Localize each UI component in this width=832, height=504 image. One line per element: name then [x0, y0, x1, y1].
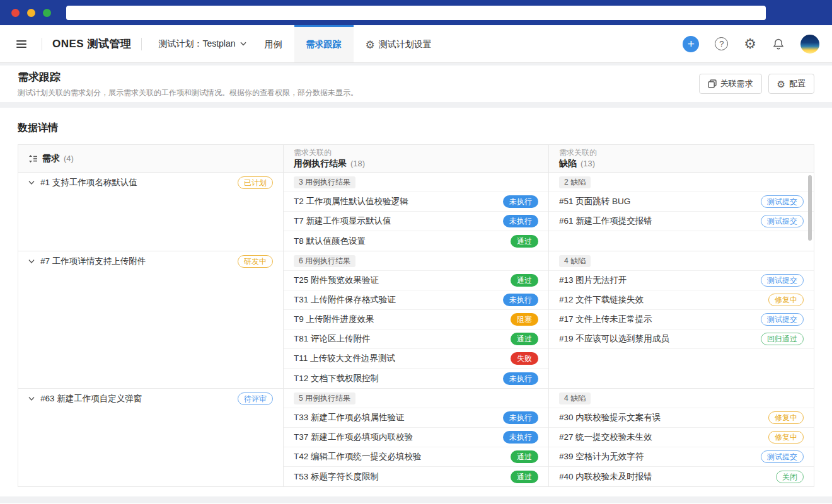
case-row[interactable]: T33 新建工作项必填属性验证未执行	[284, 408, 548, 428]
defect-row[interactable]: #39 空格计为无效字符测试提交	[549, 447, 814, 467]
bell-icon[interactable]	[772, 38, 785, 50]
case-row-title[interactable]: T11 上传较大文件边界测试	[294, 353, 511, 364]
section-title: 数据详情	[18, 122, 814, 135]
case-row[interactable]: T11 上传较大文件边界测试失败	[284, 349, 548, 369]
link-items-icon	[708, 79, 717, 88]
count-chip: 5 用例执行结果	[294, 392, 355, 404]
table-scrollbar-thumb[interactable]	[808, 175, 812, 241]
defect-row-title[interactable]: #27 统一提交校验未生效	[559, 432, 768, 443]
configure-button[interactable]: ⚙ 配置	[768, 74, 814, 94]
case-count-row: 5 用例执行结果	[284, 389, 548, 408]
case-row-title[interactable]: T7 新建工作项显示默认值	[294, 215, 503, 227]
minimize-window-button[interactable]	[27, 9, 35, 17]
defect-row[interactable]: #27 统一提交校验未生效修复中	[549, 428, 814, 447]
case-row[interactable]: T9 上传附件进度效果阻塞	[284, 310, 548, 329]
product-title: ONES 测试管理	[52, 25, 131, 62]
divider	[42, 38, 42, 50]
status-badge: 修复中	[768, 431, 804, 444]
requirement-title[interactable]: #1 支持工作项名称默认值	[40, 177, 232, 188]
defect-row[interactable]: #19 不应该可以选到禁用成员回归通过	[549, 329, 814, 349]
defect-row[interactable]: #13 图片无法打开测试提交	[549, 271, 814, 290]
case-row-title[interactable]: T12 文档下载权限控制	[294, 373, 503, 384]
collapse-toggle[interactable]	[28, 259, 35, 264]
tab-use-cases[interactable]: 用例	[253, 25, 294, 62]
requirement-row[interactable]: #7 工作项详情支持上传附件研发中	[18, 251, 283, 271]
status-badge: 测试提交	[761, 215, 804, 227]
case-row[interactable]: T53 标题字符长度限制通过	[284, 467, 548, 486]
test-plan-selector[interactable]: 测试计划：Testplan	[152, 25, 252, 62]
defect-row-title[interactable]: #17 文件上传未正常提示	[559, 314, 761, 325]
address-bar-input[interactable]	[66, 6, 766, 20]
defect-row-title[interactable]: #61 新建工作项提交报错	[559, 215, 761, 227]
case-row-title[interactable]: T33 新建工作项必填属性验证	[294, 412, 503, 423]
case-row-title[interactable]: T81 评论区上传附件	[294, 333, 511, 345]
requirement-row[interactable]: #1 支持工作项名称默认值已计划	[18, 173, 283, 192]
case-row[interactable]: T42 编辑工作项统一提交必填校验通过	[284, 447, 548, 467]
tab-test-plan-settings[interactable]: ⚙ 测试计划设置	[354, 25, 444, 62]
maximize-window-button[interactable]	[43, 9, 51, 17]
defects-cell: 4 缺陷#13 图片无法打开测试提交#12 文件下载链接失效修复中#17 文件上…	[548, 251, 814, 388]
case-row-title[interactable]: T37 新建工作项必填项内联校验	[294, 432, 503, 443]
case-row[interactable]: T37 新建工作项必填项内联校验未执行	[284, 428, 548, 447]
menu-icon[interactable]	[11, 25, 32, 62]
status-badge: 未执行	[503, 215, 538, 227]
defect-row[interactable]: #61 新建工作项提交报错测试提交	[549, 212, 814, 231]
create-button[interactable]: +	[683, 36, 699, 52]
case-row[interactable]: T12 文档下载权限控制未执行	[284, 369, 548, 388]
chevron-down-icon	[28, 259, 35, 264]
user-avatar[interactable]	[800, 35, 819, 54]
defect-row[interactable]: #12 文件下载链接失效修复中	[549, 290, 814, 310]
requirement-title[interactable]: #63 新建工作项自定义弹窗	[40, 393, 232, 404]
defect-row-title[interactable]: #19 不应该可以选到禁用成员	[559, 333, 761, 345]
case-row[interactable]: T2 工作项属性默认值校验逻辑未执行	[284, 192, 548, 212]
column-header-requirements[interactable]: 需求 (4)	[18, 145, 283, 172]
sort-list-icon	[28, 154, 38, 163]
defect-row-title[interactable]: #39 空格计为无效字符	[559, 451, 761, 462]
case-row-title[interactable]: T42 编辑工作项统一提交必填校验	[294, 451, 511, 462]
defect-row-title[interactable]: #12 文件下载链接失效	[559, 294, 768, 306]
case-row-title[interactable]: T31 上传附件保存格式验证	[294, 294, 503, 306]
tab-requirement-tracking[interactable]: 需求跟踪	[294, 25, 354, 62]
count-chip: 2 缺陷	[559, 176, 591, 188]
defect-row-title[interactable]: #13 图片无法打开	[559, 275, 761, 286]
defect-row-title[interactable]: #51 页面跳转 BUG	[559, 196, 761, 207]
status-badge: 已计划	[238, 176, 273, 189]
defect-row[interactable]: #30 内联校验提示文案有误修复中	[549, 408, 814, 428]
case-results-cell: 6 用例执行结果T25 附件预览效果验证通过T31 上传附件保存格式验证未执行T…	[283, 251, 548, 388]
settings-button[interactable]: ⚙	[744, 37, 756, 51]
collapse-toggle[interactable]	[28, 180, 35, 185]
case-row-title[interactable]: T2 工作项属性默认值校验逻辑	[294, 196, 503, 207]
divider	[141, 38, 142, 50]
column-header-case-results: 需求关联的 用例执行结果 (18)	[283, 145, 548, 172]
requirement-cell: #7 工作项详情支持上传附件研发中	[18, 251, 283, 388]
case-row-title[interactable]: T8 默认值颜色设置	[294, 236, 511, 247]
requirement-title[interactable]: #7 工作项详情支持上传附件	[40, 256, 232, 267]
defect-row[interactable]: #51 页面跳转 BUG测试提交	[549, 192, 814, 212]
case-row[interactable]: T25 附件预览效果验证通过	[284, 271, 548, 290]
defect-row-title[interactable]: #40 内联校验未及时报错	[559, 471, 776, 483]
defect-row[interactable]: #40 内联校验未及时报错关闭	[549, 467, 814, 486]
requirement-row[interactable]: #63 新建工作项自定义弹窗待评审	[18, 389, 283, 408]
link-requirements-button[interactable]: 关联需求	[699, 74, 762, 94]
status-badge: 未执行	[503, 411, 538, 424]
requirement-cell: #1 支持工作项名称默认值已计划	[18, 173, 283, 251]
status-badge: 阻塞	[511, 313, 538, 326]
case-row[interactable]: T8 默认值颜色设置通过	[284, 231, 548, 251]
collapse-toggle[interactable]	[28, 396, 35, 401]
status-badge: 测试提交	[761, 195, 804, 208]
close-window-button[interactable]	[11, 9, 20, 17]
case-row-title[interactable]: T53 标题字符长度限制	[294, 471, 511, 483]
case-row-title[interactable]: T25 附件预览效果验证	[294, 275, 511, 286]
case-row-title[interactable]: T9 上传附件进度效果	[294, 314, 511, 325]
help-button[interactable]: ?	[715, 37, 728, 50]
case-row[interactable]: T31 上传附件保存格式验证未执行	[284, 290, 548, 310]
case-row[interactable]: T7 新建工作项显示默认值未执行	[284, 212, 548, 231]
case-row[interactable]: T81 评论区上传附件通过	[284, 329, 548, 349]
defect-count-row: 4 缺陷	[549, 251, 814, 271]
table-header: 需求 (4) 需求关联的 用例执行结果 (18) 需求关联的 缺陷 (13)	[18, 145, 814, 173]
defect-row-title[interactable]: #30 内联校验提示文案有误	[559, 412, 768, 423]
defect-row[interactable]: #17 文件上传未正常提示测试提交	[549, 310, 814, 329]
gear-icon: ⚙	[744, 36, 756, 52]
defect-count-row: 4 缺陷	[549, 389, 814, 408]
status-badge: 研发中	[238, 255, 273, 268]
